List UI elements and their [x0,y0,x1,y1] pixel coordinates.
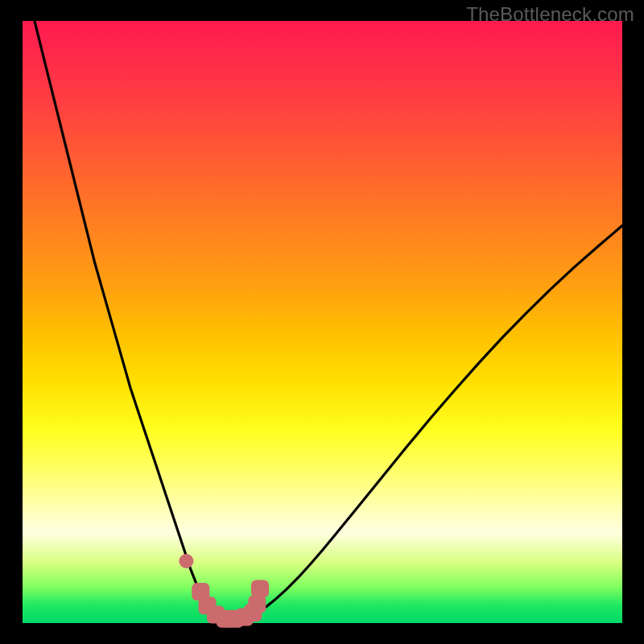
bottleneck-curve [35,21,622,621]
chart-frame: TheBottleneck.com [0,0,644,644]
sweet-spot-marker [179,554,193,568]
sweet-spot-marker [251,580,269,597]
chart-svg [0,0,644,644]
marker-group [179,554,269,628]
sweet-spot-marker [248,596,266,613]
